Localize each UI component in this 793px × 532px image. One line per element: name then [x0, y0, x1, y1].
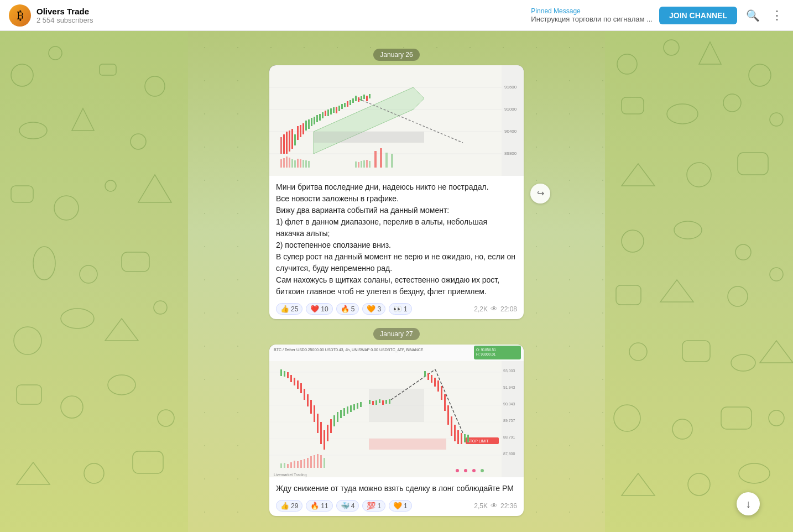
svg-rect-144: [382, 400, 384, 405]
svg-marker-203: [760, 341, 793, 363]
svg-rect-2: [100, 64, 116, 75]
reaction-thumbsup-2[interactable]: 👍 29: [276, 500, 302, 512]
svg-rect-45: [302, 123, 304, 134]
reaction-heart-1[interactable]: ❤️ 10: [306, 303, 332, 315]
svg-rect-125: [314, 405, 315, 422]
svg-rect-63: [352, 98, 354, 103]
reaction-fire-2[interactable]: 🔥 11: [306, 500, 332, 512]
svg-marker-184: [699, 42, 721, 64]
svg-point-194: [674, 221, 702, 239]
reaction-eyes-1[interactable]: 👀 1: [389, 303, 412, 315]
svg-rect-136: [350, 405, 352, 412]
svg-rect-170: [304, 459, 305, 468]
reaction-thumbsup-1[interactable]: 👍 25: [276, 303, 302, 315]
reaction-emoji: 👀: [393, 305, 402, 313]
reaction-fire-1[interactable]: 🔥 5: [336, 303, 359, 315]
svg-rect-151: [431, 375, 432, 383]
svg-rect-111: [369, 389, 424, 422]
svg-point-210: [739, 463, 770, 483]
svg-rect-57: [336, 107, 337, 113]
reaction-whale-2[interactable]: 🐳 4: [336, 500, 359, 512]
svg-rect-90: [385, 153, 388, 168]
search-button[interactable]: 🔍: [744, 7, 762, 24]
message-text-2: Жду снижение от туда можно взять сделку …: [269, 477, 524, 498]
svg-text:O: 91856.51: O: 91856.51: [476, 348, 496, 352]
message-wrapper-1: 91600 91000 90400 89800: [269, 65, 524, 321]
svg-rect-76: [355, 96, 357, 101]
reaction-count: 29: [291, 502, 298, 510]
svg-rect-67: [289, 158, 290, 168]
svg-rect-120: [297, 380, 299, 389]
reaction-100-2[interactable]: 💯 1: [362, 500, 385, 512]
svg-point-19: [61, 396, 83, 418]
svg-rect-59: [341, 104, 343, 109]
main-area: January 26: [0, 31, 793, 532]
svg-rect-140: [369, 400, 371, 404]
svg-rect-169: [300, 460, 302, 468]
eye-icon-1: 👁: [491, 305, 498, 313]
more-icon: ⋮: [771, 8, 782, 23]
svg-rect-77: [358, 97, 359, 102]
svg-rect-86: [366, 160, 368, 168]
svg-rect-139: [360, 402, 362, 407]
svg-rect-145: [385, 400, 387, 404]
search-icon: 🔍: [746, 9, 760, 22]
svg-rect-201: [682, 341, 710, 362]
chart-image-1: 91600 91000 90400 89800: [269, 65, 524, 176]
reaction-emoji: ❤️: [310, 305, 319, 313]
reaction-count: 1: [404, 502, 408, 510]
svg-rect-65: [283, 158, 285, 168]
svg-rect-132: [337, 412, 338, 422]
svg-rect-91: [391, 154, 393, 168]
svg-rect-130: [330, 419, 332, 433]
svg-point-6: [131, 134, 146, 149]
message-bubble-2: BTC / Tether USD0.25000.00 USDT0.43, 4h,…: [269, 345, 524, 516]
svg-rect-160: [461, 433, 462, 444]
svg-rect-116: [284, 371, 285, 377]
svg-rect-39: [286, 132, 288, 154]
svg-rect-167: [294, 461, 295, 468]
svg-rect-159: [457, 430, 459, 444]
right-background: [605, 31, 793, 532]
svg-rect-174: [317, 454, 319, 468]
svg-rect-124: [310, 400, 312, 414]
svg-point-183: [664, 40, 679, 55]
svg-rect-171: [307, 458, 309, 468]
svg-point-182: [617, 54, 637, 74]
svg-rect-168: [297, 461, 299, 468]
reaction-count: 11: [321, 502, 328, 510]
svg-rect-40: [289, 131, 290, 152]
reaction-orange2-2[interactable]: 🧡 1: [389, 500, 412, 512]
chart-image-2: BTC / Tether USD0.25000.00 USDT0.43, 4h,…: [269, 345, 524, 477]
pinned-message-bar[interactable]: Pinned Message Инструкция торговли по си…: [531, 7, 653, 23]
svg-rect-60: [344, 103, 346, 107]
svg-point-4: [19, 122, 47, 139]
svg-text:91000: 91000: [504, 107, 517, 112]
svg-rect-152: [434, 378, 436, 387]
chat-column: January 26: [269, 42, 524, 518]
svg-point-9: [105, 180, 116, 191]
svg-marker-197: [660, 280, 693, 302]
reaction-emoji: 🔥: [341, 305, 349, 313]
svg-rect-42: [294, 134, 296, 145]
svg-rect-53: [325, 111, 326, 116]
reaction-count: 1: [377, 502, 381, 510]
reaction-emoji: 🧡: [367, 305, 375, 313]
svg-rect-141: [372, 401, 374, 405]
svg-point-15: [61, 309, 94, 328]
channel-info: Olivers Trade 2 554 subscribers: [36, 7, 531, 24]
join-channel-button[interactable]: JOIN CHANNEL: [659, 7, 737, 24]
scroll-down-button[interactable]: ↓: [737, 492, 760, 515]
reaction-count: 3: [377, 305, 381, 313]
more-options-button[interactable]: ⋮: [769, 6, 784, 25]
forward-button-1[interactable]: ↪: [530, 184, 550, 204]
svg-rect-82: [355, 161, 357, 168]
subscriber-count: 2 554 subscribers: [36, 16, 531, 24]
message-meta-2: 2,5K 👁 22:36: [474, 502, 517, 510]
svg-rect-146: [389, 399, 390, 404]
message-footer-2: 👍 29 🔥 11 🐳 4: [269, 498, 524, 516]
svg-rect-58: [338, 106, 340, 111]
reaction-orange-1[interactable]: 🧡 3: [362, 303, 385, 315]
scroll-down-icon: ↓: [745, 498, 751, 510]
svg-rect-61: [347, 101, 348, 107]
